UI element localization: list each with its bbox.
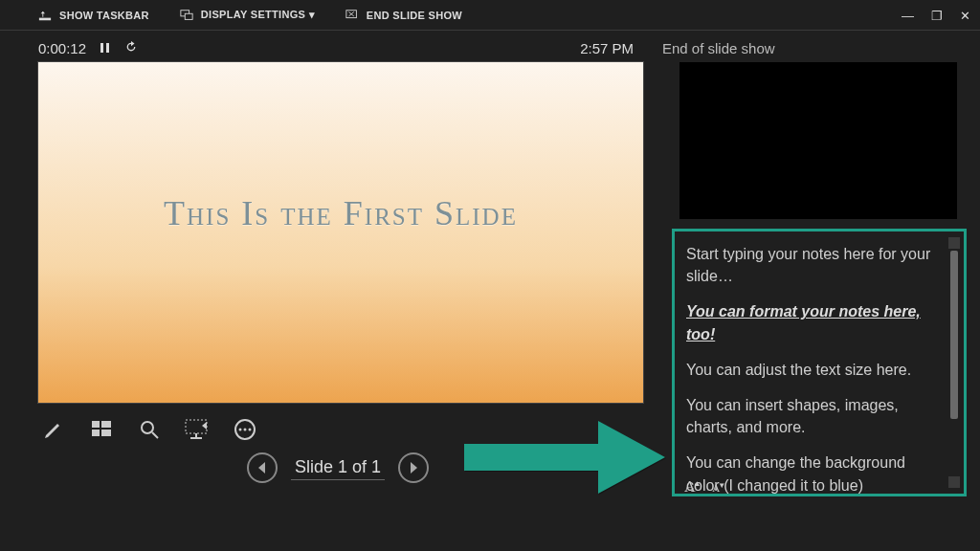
end-slideshow-label: END SLIDE SHOW [367,10,462,21]
prev-slide-button[interactable] [247,452,278,483]
blank-screen-icon [184,418,211,441]
grid-icon [90,418,113,441]
svg-rect-13 [101,430,111,436]
show-taskbar-label: SHOW TASKBAR [59,10,149,21]
close-button[interactable]: ✕ [960,9,970,23]
elapsed-timer: 0:00:12 [38,40,86,56]
svg-rect-10 [92,421,100,428]
more-icon [234,418,256,441]
svg-rect-8 [100,43,103,53]
taskbar-icon [38,9,52,22]
display-settings-label: DISPLAY SETTINGS ▾ [201,9,315,21]
see-all-slides-button[interactable] [88,416,115,443]
chevron-right-icon [409,462,418,474]
time-bar: 0:00:12 2:57 PM End of slide show [0,31,980,62]
chevron-left-icon [257,462,267,474]
svg-rect-4 [185,13,192,19]
end-show-icon [345,9,359,22]
svg-rect-11 [101,421,111,428]
decrease-font-button[interactable]: A▼ [712,482,727,494]
notes-scrollbar[interactable] [948,237,960,488]
pause-button[interactable] [100,40,111,56]
slide-counter[interactable]: Slide 1 of 1 [291,455,385,480]
pause-icon [100,42,111,54]
reset-timer-button[interactable] [124,40,138,56]
end-slideshow-button[interactable]: END SLIDE SHOW [345,9,462,22]
svg-marker-19 [202,422,207,430]
notes-line: You can adjust the text size here. [686,359,943,381]
display-settings-icon [180,9,193,22]
pen-tool-button[interactable] [40,416,67,443]
left-column: This Is the First Slide [17,62,658,496]
main-area: This Is the First Slide [0,62,980,496]
display-settings-button[interactable]: DISPLAY SETTINGS ▾ [180,9,315,22]
notes-font-controls: A▲ A▼ [684,478,727,496]
svg-line-15 [152,432,158,438]
slide-title-text: This Is the First Slide [164,193,518,233]
presenter-tools [17,403,658,443]
svg-rect-12 [92,430,100,436]
svg-marker-25 [411,462,417,474]
svg-point-14 [142,422,153,433]
next-slide-preview[interactable] [679,62,957,219]
svg-point-21 [239,429,242,431]
svg-rect-9 [106,43,109,53]
notes-line: Start typing your notes here for your sl… [686,243,943,287]
current-time: 2:57 PM [580,40,655,56]
next-slide-label: End of slide show [655,40,942,56]
blank-screen-button[interactable] [184,416,211,443]
top-toolbar: SHOW TASKBAR DISPLAY SETTINGS ▾ END SLID… [0,0,980,31]
reset-icon [124,40,138,54]
pen-icon [42,418,65,441]
current-slide-preview[interactable]: This Is the First Slide [38,62,643,403]
show-taskbar-button[interactable]: SHOW TASKBAR [38,9,149,22]
scroll-up-icon[interactable] [948,237,960,249]
increase-font-button[interactable]: A▲ [684,478,702,495]
right-column: Start typing your notes here for your sl… [676,62,963,496]
next-slide-button[interactable] [398,452,429,483]
scroll-down-icon[interactable] [948,476,960,488]
svg-marker-24 [258,462,265,474]
svg-marker-2 [41,11,45,13]
scroll-thumb[interactable] [950,251,958,419]
notes-pane[interactable]: Start typing your notes here for your sl… [672,229,967,496]
notes-line: You can insert shapes, images, charts, a… [686,394,943,438]
restore-button[interactable]: ❐ [931,9,943,23]
svg-point-22 [244,429,247,431]
window-controls: — ❐ ✕ [902,0,970,31]
notes-line: You can format your notes here, too! [686,300,943,344]
notes-content: Start typing your notes here for your sl… [686,243,943,496]
more-options-button[interactable] [232,416,258,443]
svg-rect-0 [39,17,51,20]
slide-nav: Slide 1 of 1 [17,443,658,483]
zoom-button[interactable] [136,416,163,443]
magnifier-icon [138,418,161,441]
svg-point-23 [249,429,252,431]
minimize-button[interactable]: — [902,9,914,23]
